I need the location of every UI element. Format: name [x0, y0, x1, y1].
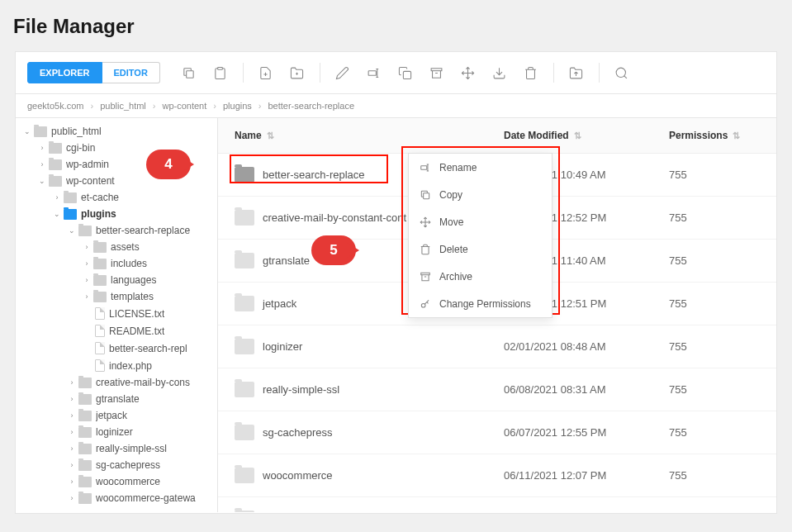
- tab-group: EXPLORER EDITOR: [27, 62, 160, 83]
- list-row[interactable]: sg-cachepress06/07/2021 12:55 PM755: [218, 411, 776, 454]
- svg-rect-7: [423, 192, 429, 198]
- callout-4: 4: [146, 150, 191, 179]
- svg-rect-4: [432, 68, 443, 70]
- list-row[interactable]: really-simple-ssl06/08/2021 08:31 AM755: [218, 368, 776, 411]
- key-icon: [419, 297, 431, 310]
- copy-icon: [419, 188, 431, 201]
- rename-icon: [419, 161, 431, 173]
- tree-item[interactable]: ›really-simple-ssl: [16, 440, 217, 457]
- tree-item[interactable]: ›sg-cachepress: [16, 457, 217, 473]
- tree-item[interactable]: ›jetpack: [16, 407, 217, 424]
- sort-icon: ⇅: [267, 131, 274, 141]
- folder-icon: [235, 339, 254, 354]
- tree-item[interactable]: ›assets: [16, 239, 217, 255]
- folder-icon: [235, 382, 254, 397]
- delete-icon[interactable]: [517, 60, 545, 85]
- tree-item[interactable]: README.txt: [16, 322, 217, 340]
- svg-point-5: [617, 68, 626, 77]
- breadcrumb-item[interactable]: better-search-replace: [268, 101, 354, 111]
- svg-rect-2: [369, 70, 377, 75]
- folder-icon: [235, 167, 254, 183]
- toolbar: EXPLORER EDITOR: [16, 52, 776, 94]
- list-row[interactable]: woocommerce06/11/2021 12:07 PM755: [218, 454, 776, 497]
- breadcrumb-item[interactable]: plugins: [223, 101, 252, 111]
- tree-item[interactable]: ›woocommerce-gatewa: [16, 490, 217, 506]
- tree-root[interactable]: ⌄public_html: [16, 123, 217, 140]
- tree-item[interactable]: ›gtranslate: [16, 391, 217, 407]
- folder-icon: [235, 425, 254, 440]
- context-menu-archive[interactable]: Archive: [409, 263, 552, 290]
- breadcrumb: geekto5k.com› public_html› wp-content› p…: [16, 94, 776, 118]
- list-row[interactable]: woocommerce-gateway-stripe06/11/2021 12:…: [218, 497, 776, 512]
- list-row[interactable]: loginizer02/01/2021 08:48 AM755: [218, 325, 776, 368]
- edit-icon[interactable]: [329, 60, 357, 85]
- archive-icon[interactable]: [423, 60, 451, 85]
- callout-5: 5: [311, 235, 356, 265]
- svg-rect-0: [187, 70, 194, 78]
- tree-item[interactable]: LICENSE.txt: [16, 305, 217, 322]
- breadcrumb-item[interactable]: wp-content: [162, 101, 206, 111]
- folder-icon: [235, 296, 254, 311]
- new-file-icon[interactable]: [252, 60, 280, 85]
- context-menu-move[interactable]: Move: [409, 208, 552, 235]
- copy-icon[interactable]: [175, 60, 203, 85]
- tree-item[interactable]: ›loginizer: [16, 424, 217, 440]
- svg-rect-6: [420, 165, 426, 169]
- folder-icon: [235, 210, 254, 226]
- column-permissions[interactable]: Permissions⇅: [669, 130, 760, 141]
- context-menu-delete[interactable]: Delete: [409, 235, 552, 263]
- tree-item[interactable]: ⌄plugins: [16, 206, 217, 222]
- svg-rect-8: [420, 273, 429, 274]
- breadcrumb-item[interactable]: public_html: [100, 101, 146, 111]
- tree-item[interactable]: ›woocommerce: [16, 473, 217, 490]
- column-name[interactable]: Name⇅: [235, 130, 504, 141]
- svg-rect-3: [404, 71, 411, 78]
- delete-icon: [419, 243, 431, 255]
- new-folder-icon[interactable]: [283, 60, 311, 85]
- breadcrumb-item[interactable]: geekto5k.com: [27, 101, 83, 111]
- tree-item[interactable]: ›templates: [16, 288, 217, 305]
- context-menu: RenameCopyMoveDeleteArchiveChange Permis…: [408, 153, 553, 318]
- context-menu-rename[interactable]: Rename: [409, 154, 552, 181]
- tree-item[interactable]: index.php: [16, 357, 217, 374]
- folder-icon: [235, 468, 254, 483]
- paste-icon[interactable]: [206, 60, 235, 85]
- tab-editor[interactable]: EDITOR: [102, 62, 160, 83]
- sort-icon: ⇅: [733, 131, 740, 141]
- file-list: Name⇅ Date Modified⇅ Permissions⇅ better…: [218, 118, 776, 512]
- tree-item[interactable]: ›includes: [16, 255, 217, 272]
- rename-icon[interactable]: [360, 60, 388, 85]
- folder-icon: [235, 253, 254, 268]
- sort-icon: ⇅: [574, 131, 581, 141]
- extract-icon[interactable]: [562, 60, 590, 85]
- svg-point-9: [421, 303, 425, 307]
- context-menu-copy[interactable]: Copy: [409, 181, 552, 208]
- page-title: File Manager: [0, 0, 792, 51]
- tree-item[interactable]: better-search-repl: [16, 340, 217, 357]
- folder-icon: [235, 511, 254, 512]
- archive-icon: [419, 270, 431, 283]
- tree-item[interactable]: ›creative-mail-by-cons: [16, 374, 217, 391]
- download-icon[interactable]: [486, 60, 514, 85]
- svg-rect-1: [218, 67, 223, 69]
- column-date[interactable]: Date Modified⇅: [504, 130, 669, 141]
- tree-item[interactable]: ⌄better-search-replace: [16, 222, 217, 239]
- tree-item[interactable]: ›languages: [16, 272, 217, 288]
- search-icon[interactable]: [608, 60, 636, 85]
- tab-explorer[interactable]: EXPLORER: [27, 62, 102, 83]
- move-icon[interactable]: [454, 60, 482, 85]
- file-manager-panel: EXPLORER EDITOR geekto5k.com› public_htm…: [15, 51, 777, 514]
- context-menu-key[interactable]: Change Permissions: [409, 290, 552, 317]
- tree-item[interactable]: ›et-cache: [16, 189, 217, 206]
- move-icon: [419, 216, 431, 228]
- list-header: Name⇅ Date Modified⇅ Permissions⇅: [218, 118, 776, 154]
- duplicate-icon[interactable]: [391, 60, 420, 85]
